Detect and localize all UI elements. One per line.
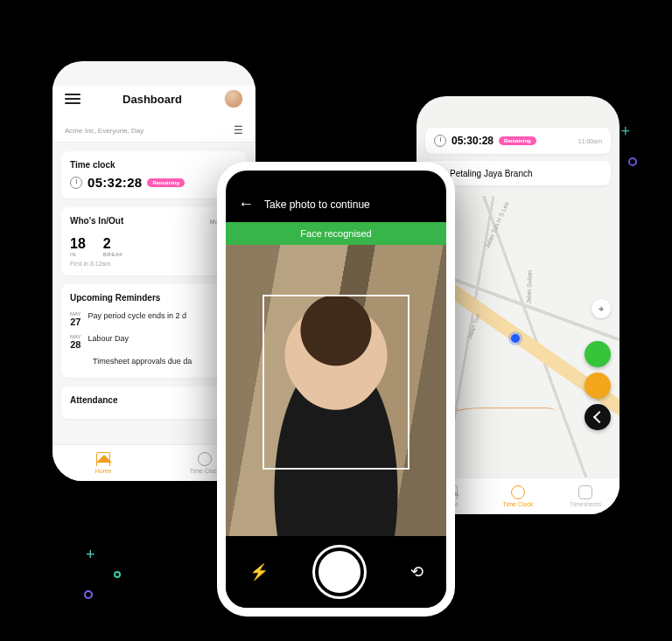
map-time: 05:30:28	[452, 135, 494, 147]
break-label: BREAK	[103, 252, 123, 257]
avatar[interactable]	[224, 89, 243, 108]
reminder-item[interactable]: Timesheet approvals due da	[70, 353, 238, 369]
decor-plus-icon: +	[86, 546, 95, 564]
camera-title: Take photo to continue	[264, 199, 370, 211]
camera-viewfinder	[226, 245, 446, 536]
menu-icon[interactable]	[65, 94, 80, 104]
reminder-text: Labour Day	[88, 334, 130, 343]
clock-out-button[interactable]	[584, 404, 611, 430]
road-label: Jalan Tun	[466, 313, 481, 340]
timeclock-title: Time clock	[70, 160, 238, 170]
recenter-button[interactable]: ⌖	[592, 299, 611, 318]
branch-name: Petaling Jaya Branch	[450, 169, 533, 178]
tab-timesheets[interactable]: Timesheets	[552, 478, 620, 514]
in-label: IN	[70, 252, 76, 257]
reminder-day: 27	[70, 317, 80, 327]
reminder-text: Timesheet approvals due da	[93, 357, 192, 366]
decor-plus-icon: +	[620, 122, 630, 141]
reminder-text: Pay period cycle ends in 2 d	[88, 311, 187, 320]
reminders-title: Upcoming Reminders	[70, 293, 238, 303]
clock-icon	[70, 177, 82, 189]
in-count: 18	[70, 236, 86, 252]
tab-time-clock[interactable]: Time Clock	[484, 478, 551, 514]
clock-in-button[interactable]	[584, 341, 611, 367]
map-timeclock-card[interactable]: 05:30:28 Remaining 11:00am	[425, 128, 611, 154]
filter-summary[interactable]: Acme Inc, Everyone, Day	[65, 127, 144, 135]
decor-circle-icon	[114, 571, 121, 578]
road-label: Jalan Sultan	[526, 270, 533, 304]
tab-home[interactable]: Home	[52, 445, 154, 481]
shutter-button[interactable]	[315, 547, 364, 596]
face-frame	[262, 295, 410, 470]
timesheet-icon	[578, 485, 592, 499]
current-location-dot	[511, 334, 520, 343]
break-button[interactable]	[584, 373, 611, 399]
stopwatch-icon	[198, 452, 212, 466]
face-recognised-banner: Face recognised	[226, 222, 446, 245]
switch-camera-icon[interactable]: ⟲	[410, 562, 424, 582]
flash-icon[interactable]: ⚡	[249, 562, 269, 582]
home-icon	[96, 452, 110, 466]
tab-label: Home	[95, 468, 112, 474]
map-out-time: 11:00am	[578, 138, 602, 144]
back-arrow-icon[interactable]: ←	[238, 195, 254, 213]
phone-camera: ← Take photo to continue Face recognised…	[217, 162, 455, 617]
page-title: Dashboard	[122, 93, 182, 106]
whos-footer: First in 8:12am	[70, 261, 238, 267]
reminder-item[interactable]: MAY27 Pay period cycle ends in 2 d	[70, 308, 238, 331]
stopwatch-icon	[511, 485, 525, 499]
attendance-title: Attendance	[70, 395, 238, 405]
map-time-badge: Remaining	[499, 136, 536, 145]
break-count: 2	[103, 236, 111, 252]
road-label: Jalan Tun H S Lee	[484, 200, 510, 248]
tab-label: Time Clock	[503, 501, 534, 507]
decor-circle-icon	[628, 157, 637, 166]
phone-notch	[278, 171, 393, 193]
reminder-item[interactable]: MAY28 Labour Day	[70, 331, 238, 353]
decor-circle-icon	[84, 590, 93, 599]
timeclock-value: 05:32:28	[88, 175, 142, 190]
camera-controls: ⚡ ⟲	[226, 536, 446, 608]
tab-label: Time Clock	[190, 468, 220, 474]
filter-icon[interactable]: ☰	[234, 124, 243, 136]
timeclock-badge: Remaining	[147, 178, 185, 187]
tab-label: Timesheets	[570, 501, 601, 507]
clock-icon	[434, 135, 446, 147]
reminder-day: 28	[70, 339, 80, 350]
whos-title: Who's In/Out	[70, 216, 123, 226]
